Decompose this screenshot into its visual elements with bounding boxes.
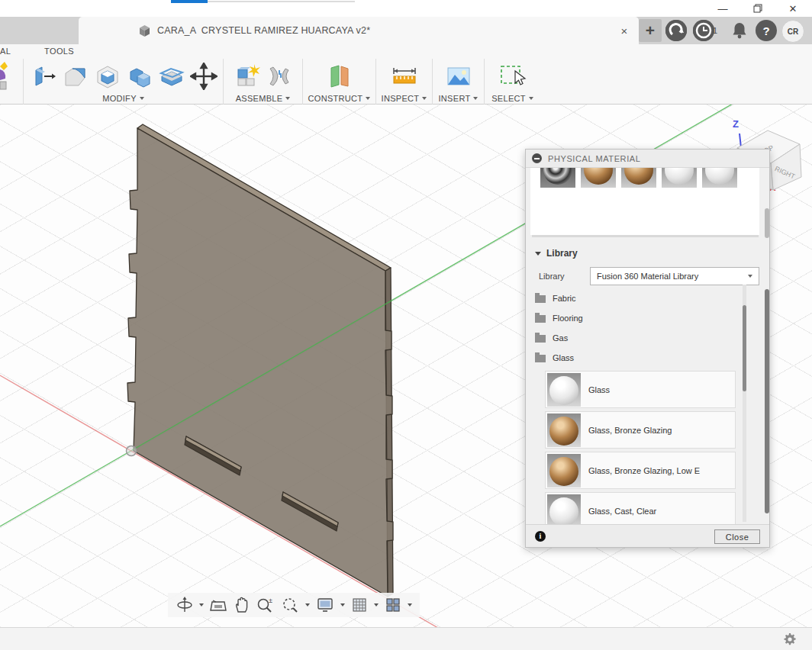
material-swatch[interactable] — [581, 168, 616, 188]
zoom-button[interactable]: ± — [253, 594, 276, 616]
folder-item-gas[interactable]: Gas — [526, 328, 755, 348]
assemble-menu[interactable]: ASSEMBLE — [236, 93, 291, 104]
folder-icon — [535, 335, 546, 343]
extensions-button[interactable] — [665, 20, 687, 41]
toolbar-group-inspect: INSPECT — [375, 59, 432, 105]
swatch-scrollbar-thumb[interactable] — [765, 208, 769, 238]
toolbar-group-select: SELECT — [484, 59, 540, 105]
navigation-toolbar: ± — [168, 593, 420, 617]
material-row-glass-cast-clear[interactable]: Glass, Cast, Clear — [545, 492, 736, 526]
insert-menu[interactable]: INSERT — [439, 93, 478, 104]
close-window-button[interactable]: ✕ — [780, 0, 806, 17]
caret-down-icon[interactable] — [305, 603, 310, 607]
material-label: Glass, Cast, Clear — [588, 507, 656, 516]
ribbon-tab-tools[interactable]: TOOLS — [44, 47, 74, 56]
split-body-button[interactable] — [156, 60, 187, 92]
material-sphere — [705, 168, 734, 185]
avatar[interactable]: CR — [781, 20, 804, 43]
measure-button[interactable] — [389, 60, 420, 92]
press-pull-button[interactable] — [28, 60, 59, 92]
select-button[interactable] — [498, 60, 528, 92]
clipped-tool-icon — [0, 59, 23, 93]
z-axis-label: Z — [733, 118, 739, 130]
insert-image-button[interactable] — [443, 60, 474, 92]
3d-viewport[interactable]: Z X TOP RIGHT — [0, 105, 812, 627]
move-button[interactable] — [188, 60, 219, 92]
joint-button[interactable] — [264, 60, 295, 92]
dialog-footer: i Close — [526, 524, 769, 547]
caret-down-icon[interactable] — [340, 603, 345, 607]
progress-bar-accent — [171, 0, 208, 3]
construct-plane-button[interactable] — [324, 60, 355, 92]
library-dropdown[interactable]: Fusion 360 Material Library — [590, 267, 759, 285]
pan-hand-icon — [234, 597, 249, 613]
material-row-glass[interactable]: Glass — [545, 371, 736, 408]
material-sphere — [549, 497, 578, 526]
minimize-button[interactable]: — — [710, 0, 736, 17]
document-tab[interactable]: CARA_A CRYSTELL RAMIREZ HUARCAYA v2* × — [79, 17, 639, 44]
origin-marker[interactable] — [127, 446, 137, 456]
material-row-glass-bronze-lowe[interactable]: Glass, Bronze Glazing, Low E — [545, 452, 736, 489]
job-status-button[interactable] — [693, 20, 714, 41]
in-design-swatch-panel — [530, 168, 759, 235]
caret-down-icon — [140, 97, 144, 100]
dialog-scrollbar-thumb[interactable] — [765, 289, 769, 513]
material-sphere — [624, 168, 653, 185]
material-row-glass-bronze[interactable]: Glass, Bronze Glazing — [545, 411, 736, 449]
toolbar-group-modify: MODIFY — [23, 59, 223, 105]
physical-material-dialog: PHYSICAL MATERIAL Library Library — [525, 149, 770, 548]
caret-down-icon[interactable] — [408, 603, 412, 607]
folder-item-fabric[interactable]: Fabric — [526, 288, 755, 308]
combine-button[interactable] — [124, 60, 155, 92]
svg-text:±: ± — [269, 597, 272, 604]
ribbon-tab-row: AL TOOLS — [0, 44, 812, 59]
extensions-gauge-icon — [665, 20, 687, 41]
list-scrollbar-thumb[interactable] — [743, 305, 746, 391]
tab-close-button[interactable]: × — [616, 17, 633, 44]
viewports-button[interactable] — [382, 594, 404, 616]
grid-icon — [351, 597, 368, 613]
question-mark-icon: ? — [762, 24, 769, 37]
new-component-icon — [233, 62, 262, 91]
modify-menu[interactable]: MODIFY — [102, 93, 144, 104]
fillet-button[interactable] — [60, 60, 91, 92]
dialog-header[interactable]: PHYSICAL MATERIAL — [526, 150, 769, 168]
dialog-close-button[interactable]: Close — [714, 529, 760, 544]
pan-button[interactable] — [231, 594, 251, 616]
new-tab-button[interactable]: + — [639, 19, 662, 42]
folder-item-glass[interactable]: Glass — [526, 348, 755, 368]
horizontal-scrollbar[interactable] — [532, 235, 759, 237]
grid-snap-button[interactable] — [349, 594, 370, 616]
material-swatch[interactable] — [540, 168, 575, 188]
info-icon[interactable]: i — [535, 531, 546, 542]
construct-menu[interactable]: CONSTRUCT — [308, 93, 371, 104]
material-sphere — [549, 376, 578, 405]
collapse-icon[interactable] — [532, 153, 542, 163]
new-component-button[interactable] — [232, 60, 263, 92]
measure-icon — [390, 62, 419, 91]
material-thumbnail — [547, 373, 581, 407]
caret-down-icon[interactable] — [374, 603, 379, 607]
material-swatch[interactable] — [621, 168, 656, 188]
expanded-triangle-icon — [535, 252, 541, 256]
select-menu[interactable]: SELECT — [491, 93, 533, 104]
document-cube-icon — [138, 24, 151, 37]
inspect-menu[interactable]: INSPECT — [382, 93, 427, 104]
help-button[interactable]: ? — [756, 20, 777, 41]
orbit-button[interactable] — [174, 594, 195, 616]
material-swatch[interactable] — [702, 168, 737, 188]
display-settings-button[interactable] — [314, 594, 337, 616]
caret-down-icon — [422, 97, 427, 100]
material-swatch[interactable] — [662, 168, 697, 188]
caret-down-icon[interactable] — [199, 603, 204, 607]
gear-icon[interactable] — [783, 632, 797, 646]
restore-button[interactable] — [745, 0, 771, 17]
ribbon-tab-partial[interactable]: AL — [0, 47, 11, 56]
fit-button[interactable] — [279, 594, 301, 616]
notifications-button[interactable] — [729, 20, 750, 41]
shell-button[interactable] — [92, 60, 123, 92]
look-at-button[interactable] — [208, 594, 229, 616]
library-folder-list: Fabric Flooring Gas Glass — [526, 288, 755, 368]
folder-item-flooring[interactable]: Flooring — [526, 308, 755, 328]
library-section-header[interactable]: Library — [535, 248, 578, 259]
